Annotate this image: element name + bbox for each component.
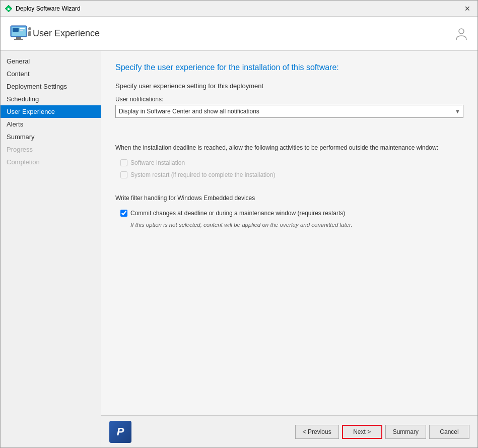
sidebar-item-deployment-settings[interactable]: Deployment Settings [1,80,101,93]
svg-rect-6 [20,28,25,29]
svg-rect-8 [16,37,21,39]
deadline-text: When the installation deadline is reache… [115,143,463,152]
summary-button[interactable]: Summary [385,425,426,439]
sidebar-item-content[interactable]: Content [1,68,101,80]
content-area: Specify the user experience for the inst… [101,51,477,415]
system-restart-checkbox-item: System restart (if required to complete … [120,171,463,178]
wizard-title-icon: ▶ [5,5,13,13]
svg-point-10 [28,27,31,30]
svg-point-11 [459,29,464,34]
sidebar-item-user-experience[interactable]: User Experience [1,105,101,118]
header-icon [9,22,33,46]
sidebar-item-scheduling[interactable]: Scheduling [1,93,101,105]
svg-rect-9 [14,39,23,40]
commit-changes-checkbox[interactable] [120,210,127,217]
commit-changes-checkbox-item: Commit changes at deadline or during a m… [120,210,463,217]
notifications-label: User notifications: [115,96,463,103]
next-button[interactable]: Next > [342,425,382,439]
system-restart-label: System restart (if required to complete … [130,171,275,178]
main-content: Specify the user experience for the inst… [101,51,477,447]
sidebar: General Content Deployment Settings Sche… [1,51,101,447]
sidebar-item-summary[interactable]: Summary [1,131,101,143]
window-title: Deploy Software Wizard [16,5,461,12]
logo-badge: P [109,421,131,443]
header-band: User Experience [1,17,477,51]
system-restart-checkbox[interactable] [120,171,127,178]
footer-bar: P < Previous Next > Summary Cancel [101,415,477,447]
notifications-dropdown[interactable]: Display in Software Center and show all … [115,105,463,118]
body-area: General Content Deployment Settings Sche… [1,51,477,447]
close-button[interactable]: ✕ [461,3,473,15]
commit-changes-label: Commit changes at deadline or during a m… [130,210,345,217]
commit-note-text: If this option is not selected, content … [130,222,463,228]
sidebar-item-general[interactable]: General [1,55,101,68]
software-installation-label: Software Installation [130,159,185,166]
svg-rect-7 [20,30,23,31]
software-installation-checkbox-item: Software Installation [120,159,463,166]
cancel-button[interactable]: Cancel [429,425,469,439]
sidebar-item-completion: Completion [1,156,101,168]
title-bar: ▶ Deploy Software Wizard ✕ [1,1,477,17]
sidebar-item-progress: Progress [1,143,101,156]
sidebar-item-alerts[interactable]: Alerts [1,118,101,131]
section-label: Specify user experience setting for this… [115,82,463,90]
wizard-window: ▶ Deploy Software Wizard ✕ User Experien… [0,0,478,448]
previous-button[interactable]: < Previous [295,425,339,439]
software-installation-checkbox[interactable] [120,159,127,166]
header-user-icon [453,26,469,42]
header-title: User Experience [33,28,453,39]
write-filter-heading: Write filter handling for Windows Embedd… [115,194,463,203]
svg-rect-5 [13,28,19,32]
notifications-dropdown-wrapper: Display in Software Center and show all … [115,105,463,118]
footer-left: P [109,421,131,443]
content-heading: Specify the user experience for the inst… [115,63,463,72]
notifications-field-group: User notifications: Display in Software … [115,96,463,118]
